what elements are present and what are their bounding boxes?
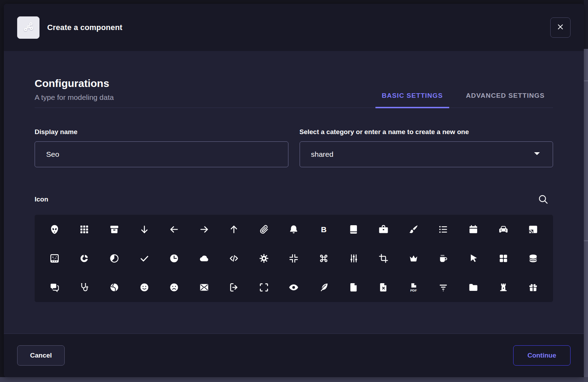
icon-chart-pie[interactable]: [107, 251, 122, 266]
icon-cursor[interactable]: [466, 251, 481, 266]
close-button[interactable]: [550, 17, 571, 38]
page-behind-right-strip: [584, 0, 588, 382]
page-subtitle: A type for modeling data: [35, 92, 114, 103]
icon-discuss[interactable]: [47, 280, 62, 295]
category-select-value: shared: [311, 150, 533, 159]
modal-header: Create a component: [4, 4, 584, 51]
icon-apps[interactable]: [77, 222, 92, 237]
icon-crown[interactable]: [406, 251, 421, 266]
continue-button[interactable]: Continue: [513, 345, 571, 366]
icon-bullet-list[interactable]: [436, 222, 451, 237]
icon-file-error[interactable]: [376, 280, 391, 295]
icon-arrow-up[interactable]: [226, 222, 242, 237]
icon-archive[interactable]: [107, 222, 122, 237]
icon-eye[interactable]: [286, 280, 301, 295]
search-icon-button[interactable]: [538, 194, 549, 205]
icon-cog[interactable]: [256, 251, 272, 266]
icon-envelop[interactable]: [196, 280, 212, 295]
icon-attachment[interactable]: [256, 222, 272, 237]
icon-bell[interactable]: [286, 222, 301, 237]
icon-folder[interactable]: [466, 280, 481, 295]
page-behind-segment: [584, 0, 588, 49]
section-header-row: Configurations A type for modeling data …: [35, 78, 553, 108]
page-behind-divider: [584, 240, 588, 241]
tab-advanced-settings[interactable]: ADVANCED SETTINGS: [460, 92, 551, 108]
icon-arrow-left[interactable]: [166, 222, 182, 237]
form-fields-row: Display name Select a category or enter …: [35, 128, 553, 167]
category-label: Select a category or enter a name to cre…: [300, 128, 553, 136]
icon-chart-bubble[interactable]: [47, 251, 62, 266]
component-icon: [22, 21, 35, 35]
icon-check[interactable]: [137, 251, 152, 266]
modal-footer: Cancel Continue: [4, 333, 584, 377]
icon-feather[interactable]: [316, 280, 331, 295]
icon-doctor[interactable]: [77, 280, 92, 295]
chevron-down-icon: [532, 149, 542, 160]
icon-fortress[interactable]: [496, 280, 511, 295]
search-icon: [538, 201, 549, 206]
icon-bold[interactable]: B: [316, 222, 331, 237]
icon-exit[interactable]: [226, 280, 242, 295]
close-icon: [556, 23, 565, 32]
icon-connector[interactable]: [346, 251, 361, 266]
icon-arrow-down[interactable]: [137, 222, 152, 237]
svg-text:PDF: PDF: [410, 288, 417, 292]
tab-basic-settings[interactable]: BASIC SETTINGS: [375, 92, 449, 108]
icon-database[interactable]: [525, 251, 541, 266]
icon-brush[interactable]: [406, 222, 421, 237]
icon-command[interactable]: [316, 251, 331, 266]
icon-chart-circle[interactable]: [77, 251, 92, 266]
icon-calendar[interactable]: [466, 222, 481, 237]
page-behind-segment: [584, 377, 588, 382]
icon-clock[interactable]: [166, 251, 182, 266]
svg-text:B: B: [321, 225, 327, 234]
icon-file-pdf[interactable]: PDF: [406, 280, 421, 295]
category-select[interactable]: shared: [300, 141, 553, 167]
icon-filter[interactable]: [436, 280, 451, 295]
icon-collapse[interactable]: [286, 251, 301, 266]
icon-earth[interactable]: [107, 280, 122, 295]
display-name-input[interactable]: [35, 141, 288, 167]
icon-briefcase[interactable]: [376, 222, 391, 237]
icon-emotion-happy[interactable]: [137, 280, 152, 295]
display-name-field: Display name: [35, 128, 288, 167]
cancel-button[interactable]: Cancel: [17, 345, 65, 366]
modal-body: Configurations A type for modeling data …: [4, 51, 584, 333]
icon-car[interactable]: [496, 222, 511, 237]
icon-section-header: Icon: [35, 194, 553, 205]
icon-gift[interactable]: [525, 280, 541, 295]
icon-code[interactable]: [226, 251, 242, 266]
icon-expand[interactable]: [256, 280, 272, 295]
icon-cast[interactable]: [525, 222, 541, 237]
icon-cloud[interactable]: [196, 251, 212, 266]
category-field: Select a category or enter a name to cre…: [300, 128, 553, 167]
icon-file[interactable]: [346, 280, 361, 295]
create-component-modal: Create a component Configurations A type…: [4, 4, 584, 377]
page-behind-divider: [584, 80, 588, 81]
icon-arrow-right[interactable]: [196, 222, 212, 237]
icon-crop[interactable]: [376, 251, 391, 266]
icon-book[interactable]: [346, 222, 361, 237]
display-name-label: Display name: [35, 128, 288, 136]
icon-emotion-unhappy[interactable]: [166, 280, 182, 295]
settings-tabs: BASIC SETTINGS ADVANCED SETTINGS: [375, 92, 551, 108]
icon-cup[interactable]: [436, 251, 451, 266]
page-title: Configurations: [35, 78, 114, 89]
page-behind-bottom-strip: [0, 377, 588, 382]
icon-grid: BPDF: [35, 215, 553, 302]
icon-section-label: Icon: [35, 196, 48, 203]
icon-dashboard[interactable]: [496, 251, 511, 266]
component-icon-tile: [17, 16, 40, 39]
modal-title: Create a component: [47, 23, 122, 32]
icon-alien[interactable]: [47, 222, 62, 237]
